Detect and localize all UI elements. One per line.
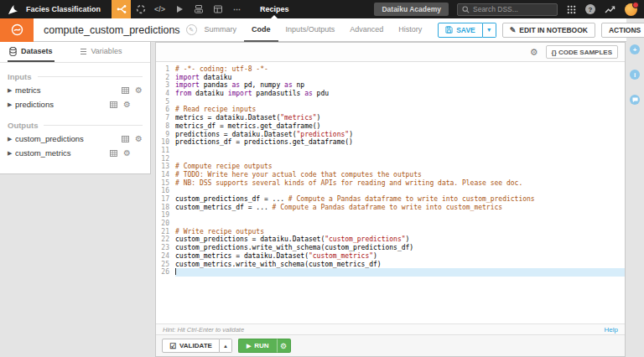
code-text[interactable]: # Read recipe inputs <box>175 106 625 114</box>
grid-icon[interactable] <box>208 0 227 18</box>
code-line[interactable]: 18custom_metrics_df = ... # Compute a Pa… <box>156 204 625 212</box>
comment-bubble-icon[interactable] <box>630 95 640 105</box>
machine-icon[interactable] <box>189 0 208 18</box>
activity-trend-icon[interactable] <box>605 5 615 14</box>
user-avatar[interactable] <box>625 3 637 16</box>
code-line[interactable]: 16 <box>156 187 625 195</box>
code-line[interactable]: 1# -*- coding: utf-8 -*- <box>156 65 625 74</box>
code-line[interactable]: 22custom_predictions = dataiku.Dataset("… <box>156 235 625 244</box>
code-icon[interactable]: </> <box>150 0 169 18</box>
code-text[interactable] <box>175 98 625 106</box>
expand-caret-icon[interactable]: ▶ <box>8 136 15 142</box>
dataset-item-custom_predictions[interactable]: ▶custom_predictions⚙ <box>8 132 143 146</box>
code-text[interactable]: import dataiku <box>175 74 625 82</box>
code-line[interactable]: 15# NB: DSS supports several kinds of AP… <box>156 179 625 188</box>
validate-button[interactable]: ☑ VALIDATE <box>162 339 220 353</box>
code-line[interactable]: 4from dataiku import pandasutils as pdu <box>156 90 625 98</box>
code-text[interactable]: custom_predictions.write_with_schema(cus… <box>175 244 625 252</box>
code-text[interactable] <box>175 187 625 195</box>
add-icon[interactable]: + <box>630 44 640 54</box>
code-line[interactable]: 10predictions_df = predictions.get_dataf… <box>156 138 625 147</box>
table-icon[interactable] <box>110 150 117 157</box>
run-button[interactable]: ▶ RUN <box>238 339 277 353</box>
gear-icon[interactable]: ⚙ <box>135 86 143 95</box>
code-line[interactable]: 19 <box>156 211 625 220</box>
dataiku-logo-icon[interactable] <box>8 4 18 15</box>
help-link[interactable]: Help <box>605 326 618 334</box>
flow-icon[interactable] <box>112 0 131 18</box>
code-text[interactable]: metrics_df = metrics.get_dataframe() <box>175 122 625 131</box>
code-line[interactable]: 26 <box>156 268 625 277</box>
code-text[interactable]: from dataiku import pandasutils as pdu <box>175 90 625 98</box>
dataset-item-predictions[interactable]: ▶predictions⚙ <box>8 97 143 111</box>
gear-icon[interactable]: ⚙ <box>135 135 143 143</box>
code-line[interactable]: 23custom_predictions.write_with_schema(c… <box>156 244 625 252</box>
code-text[interactable]: custom_metrics = dataiku.Dataset("custom… <box>175 252 625 261</box>
code-text[interactable] <box>175 147 625 155</box>
collapse-panel-arrow-icon[interactable]: ← <box>631 24 641 34</box>
code-line[interactable]: 5 <box>156 98 625 106</box>
code-text[interactable]: # -*- coding: utf-8 -*- <box>175 65 625 74</box>
code-line[interactable]: 9predictions = dataiku.Dataset("predicti… <box>156 131 625 139</box>
code-line[interactable]: 11 <box>156 147 625 155</box>
code-line[interactable]: 24custom_metrics = dataiku.Dataset("cust… <box>156 252 625 261</box>
code-text[interactable]: # TODO: Write here your actual code that… <box>175 171 625 179</box>
tab-summary[interactable]: Summary <box>197 18 245 42</box>
search-box[interactable] <box>457 3 558 16</box>
save-dropdown-caret[interactable]: ▼ <box>483 23 496 38</box>
play-icon[interactable] <box>169 0 189 18</box>
code-line[interactable]: 7metrics = dataiku.Dataset("metrics") <box>156 114 625 122</box>
code-text[interactable] <box>175 211 625 220</box>
code-text[interactable] <box>175 268 625 277</box>
code-line[interactable]: 20 <box>156 220 625 228</box>
dataset-item-metrics[interactable]: ▶metrics⚙ <box>8 83 143 97</box>
code-text[interactable]: # Write recipe outputs <box>175 228 625 236</box>
tab-history[interactable]: History <box>391 18 429 42</box>
dataiku-academy-button[interactable]: Dataiku Academy <box>374 3 449 16</box>
code-text[interactable]: # Compute recipe outputs <box>175 163 625 171</box>
expand-caret-icon[interactable]: ▶ <box>8 101 15 108</box>
table-icon[interactable] <box>122 136 129 142</box>
code-line[interactable]: 14# TODO: Write here your actual code th… <box>156 171 625 179</box>
table-icon[interactable] <box>122 87 129 94</box>
sidebar-tab-variables[interactable]: Variables <box>78 42 124 62</box>
code-text[interactable]: custom_metrics.write_with_schema(custom_… <box>175 261 625 269</box>
code-samples-button[interactable]: {} CODE SAMPLES <box>546 45 618 59</box>
code-line[interactable]: 8metrics_df = metrics.get_dataframe() <box>156 122 625 131</box>
sidebar-tab-datasets[interactable]: Datasets <box>8 42 55 62</box>
tab-code[interactable]: Code <box>244 18 278 42</box>
gear-icon[interactable]: ⚙ <box>123 149 131 158</box>
code-text[interactable]: predictions_df = predictions.get_datafra… <box>175 138 625 147</box>
code-line[interactable]: 25custom_metrics.write_with_schema(custo… <box>156 261 625 269</box>
code-text[interactable] <box>175 155 625 163</box>
validate-dropdown-caret[interactable]: ▲ <box>220 339 232 353</box>
run-settings-gear-icon[interactable]: ⚙ <box>277 339 291 353</box>
code-line[interactable]: 3import pandas as pd, numpy as np <box>156 81 625 90</box>
code-text[interactable]: custom_predictions = dataiku.Dataset("cu… <box>175 235 625 244</box>
code-line[interactable]: 17custom_predictions_df = ... # Compute … <box>156 195 625 204</box>
lab-icon[interactable] <box>131 0 150 18</box>
dataset-item-custom_metrics[interactable]: ▶custom_metrics⚙ <box>8 146 143 160</box>
code-text[interactable]: import pandas as pd, numpy as np <box>175 81 625 90</box>
editor-settings-gear-icon[interactable]: ⚙ <box>530 48 538 57</box>
code-text[interactable]: predictions = dataiku.Dataset("predictio… <box>175 131 625 139</box>
gear-icon[interactable]: ⚙ <box>123 101 131 109</box>
edit-in-notebook-button[interactable]: ✎ EDIT IN NOTEBOOK <box>502 23 595 38</box>
edit-title-icon[interactable]: ✎ <box>186 24 197 35</box>
project-name[interactable]: Facies Classification <box>26 5 101 13</box>
code-text[interactable]: # NB: DSS supports several kinds of APIs… <box>175 179 625 188</box>
search-input[interactable] <box>473 5 553 13</box>
code-text[interactable]: custom_metrics_df = ... # Compute a Pand… <box>175 204 625 212</box>
tab-advanced[interactable]: Advanced <box>342 18 391 42</box>
more-icon[interactable]: ⋯ <box>227 0 247 18</box>
code-line[interactable]: 6# Read recipe inputs <box>156 106 625 114</box>
expand-caret-icon[interactable]: ▶ <box>8 150 15 157</box>
code-line[interactable]: 12 <box>156 155 625 163</box>
save-button[interactable]: SAVE <box>438 23 483 38</box>
code-area[interactable]: 1# -*- coding: utf-8 -*-2import dataiku3… <box>156 62 625 323</box>
code-text[interactable]: custom_predictions_df = ... # Compute a … <box>175 195 625 204</box>
code-line[interactable]: 13# Compute recipe outputs <box>156 163 625 171</box>
expand-caret-icon[interactable]: ▶ <box>8 87 15 94</box>
code-line[interactable]: 2import dataiku <box>156 74 625 82</box>
code-text[interactable]: metrics = dataiku.Dataset("metrics") <box>175 114 625 122</box>
